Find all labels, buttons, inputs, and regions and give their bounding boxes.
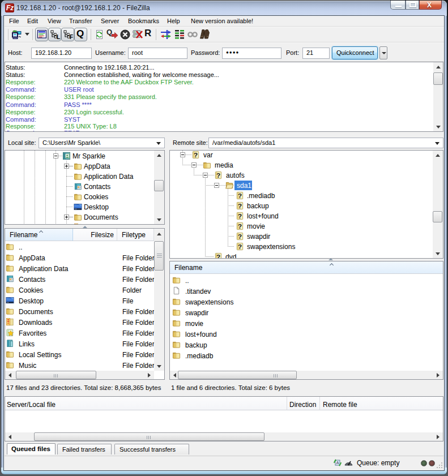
svg-text:L: L <box>57 34 60 40</box>
svg-text:F: F <box>70 34 73 40</box>
svg-text:A: A <box>336 461 339 465</box>
